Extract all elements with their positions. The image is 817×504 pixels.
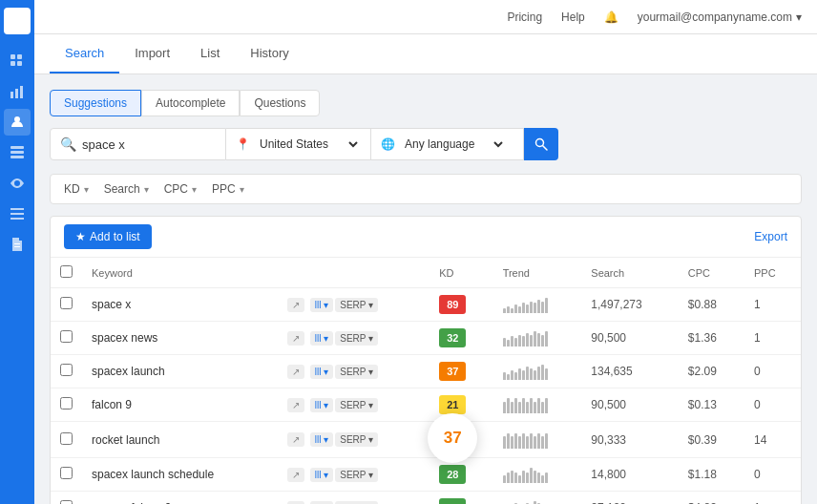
bell-icon[interactable]: 🔔 [604,10,618,24]
row-checkbox[interactable] [60,330,73,343]
row-checkbox[interactable] [60,397,73,410]
chart-button[interactable]: lll ▾ [310,331,333,346]
search-button[interactable] [524,128,558,160]
top-nav: Pricing Help 🔔 yourmail@companyname.com … [34,0,817,34]
table-row: spacex launch schedule ↗ lll ▾ SERP ▾ 28… [51,458,801,492]
sidebar [0,0,34,504]
subtab-autocomplete[interactable]: Autocomplete [141,90,240,116]
chart-button[interactable]: lll ▾ [310,468,333,482]
svg-rect-14 [10,156,24,158]
details-button[interactable]: ↗ [287,398,304,412]
trend-cell [493,288,582,322]
subtab-questions[interactable]: Questions [240,90,320,116]
keyword-cell: spacex falcon 9 [82,492,278,505]
btn-group: lll ▾ SERP ▾ [310,331,378,346]
svg-rect-6 [10,61,15,66]
row-checkbox[interactable] [60,297,73,309]
btn-group: lll ▾ SERP ▾ [310,432,378,447]
chart-button[interactable]: lll ▾ [310,298,333,312]
chart-button[interactable]: lll ▾ [310,432,333,447]
search-input[interactable] [82,137,216,152]
tab-import[interactable]: Import [119,34,185,74]
add-to-list-button[interactable]: ★ Add to list [64,224,152,249]
serp-button[interactable]: SERP ▾ [335,468,378,482]
select-all-checkbox[interactable] [60,265,73,278]
svg-rect-3 [18,22,25,29]
row-checkbox[interactable] [60,500,73,504]
actions-col-header [278,258,429,288]
sub-tabs: Suggestions Autocomplete Questions [50,90,802,116]
keyword-cell: spacex news [82,322,278,355]
details-button[interactable]: ↗ [287,432,304,447]
sidebar-user-icon[interactable] [4,109,31,136]
serp-button[interactable]: SERP ▾ [335,365,378,379]
kd-arrow-icon: ▾ [84,184,89,195]
filter-search[interactable]: Search ▾ [104,182,149,196]
search-bar: 🔍 📍 United States 🌐 Any language [50,128,802,160]
svg-rect-5 [17,54,22,59]
kd-cell: 37 [429,422,492,458]
details-button[interactable]: ↗ [287,298,304,312]
serp-button[interactable]: SERP ▾ [335,331,378,346]
app-logo[interactable] [4,8,31,34]
details-button[interactable]: ↗ [287,468,304,482]
serp-button[interactable]: SERP ▾ [335,501,378,505]
details-button[interactable]: ↗ [287,331,304,346]
row-checkbox[interactable] [60,467,73,479]
language-select[interactable]: Any language [401,136,506,152]
sidebar-chart-icon[interactable] [4,78,31,105]
svg-rect-17 [10,218,24,220]
svg-rect-12 [10,146,24,149]
serp-button[interactable]: SERP ▾ [335,398,378,412]
cpc-col-header: CPC [679,258,744,288]
details-button[interactable]: ↗ [287,501,304,505]
tab-search[interactable]: Search [50,34,119,74]
kd-cell: 34 [429,492,492,505]
cpc-cell: $1.36 [679,322,744,355]
svg-line-21 [543,146,548,151]
subtab-suggestions[interactable]: Suggestions [50,90,141,116]
search-cell: 14,800 [581,458,679,492]
user-email[interactable]: yourmail@companyname.com ▾ [638,10,802,24]
chart-button[interactable]: lll ▾ [310,501,333,505]
filter-ppc[interactable]: PPC ▾ [212,182,244,196]
ppc-cell: 1 [744,322,801,355]
cpc-cell: $4.83 [679,492,744,505]
search-arrow-icon: ▾ [144,184,149,195]
sidebar-grid-icon[interactable] [4,48,31,74]
export-button[interactable]: Export [754,230,787,243]
chart-button[interactable]: lll ▾ [310,398,333,412]
filter-kd[interactable]: KD ▾ [64,182,89,196]
keyword-cell: spacex launch schedule [82,458,278,492]
sidebar-list-icon[interactable] [4,200,31,227]
row-actions-cell: ↗ lll ▾ SERP ▾ [278,422,429,458]
sidebar-eye-icon[interactable] [4,170,31,197]
kd-cell: 32 [429,322,492,355]
trend-cell [493,492,582,505]
details-button[interactable]: ↗ [287,365,304,379]
row-checkbox[interactable] [60,432,73,445]
keywords-table-container: ★ Add to list Export Keyword KD Trend S [50,216,802,504]
sidebar-table-icon[interactable] [4,139,31,166]
filter-cpc[interactable]: CPC ▾ [164,182,197,196]
chart-button[interactable]: lll ▾ [310,365,333,379]
serp-button[interactable]: SERP ▾ [335,432,378,447]
svg-rect-1 [18,13,25,20]
help-link[interactable]: Help [561,10,585,24]
keyword-cell: falcon 9 [82,388,278,422]
search-input-wrapper: 🔍 [50,128,226,160]
serp-button[interactable]: SERP ▾ [335,298,378,312]
row-checkbox[interactable] [60,364,73,376]
keyword-col-header: Keyword [82,258,278,288]
tab-history[interactable]: History [235,34,304,74]
ppc-cell: 0 [744,388,801,422]
svg-rect-9 [15,89,18,98]
search-cell: 27,100 [581,492,679,505]
btn-group: lll ▾ SERP ▾ [310,365,378,379]
tab-list[interactable]: List [185,34,235,74]
row-actions-cell: ↗ lll ▾ SERP ▾ [278,388,429,422]
pricing-link[interactable]: Pricing [507,10,542,24]
keyword-cell: space x [82,288,278,322]
location-select[interactable]: United States [256,136,361,152]
sidebar-doc-icon[interactable] [4,231,31,258]
